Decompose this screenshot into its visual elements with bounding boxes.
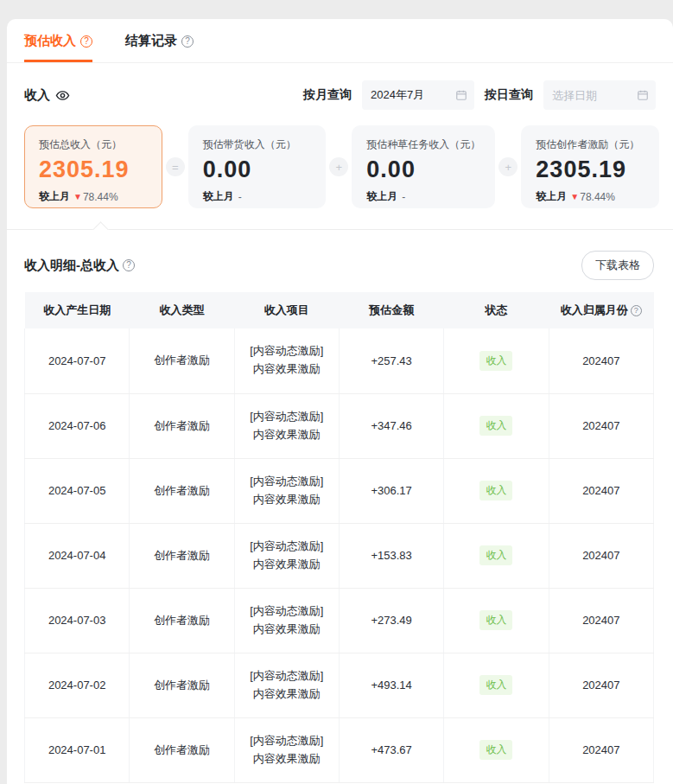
col-header-project: 收入项目 bbox=[234, 292, 339, 328]
cell-amount: +493.14 bbox=[339, 653, 443, 717]
card-value: 0.00 bbox=[366, 156, 480, 183]
card-compare: 较上月 ▼ 78.44% bbox=[39, 189, 148, 204]
card-compare: 较上月 - bbox=[203, 189, 312, 204]
month-query-label: 按月查询 bbox=[303, 87, 352, 103]
cell-date: 2024-07-01 bbox=[25, 717, 130, 782]
cell-project: [内容动态激励]内容效果激励 bbox=[234, 653, 339, 717]
cell-type: 创作者激励 bbox=[130, 588, 234, 653]
card-compare: 较上月 - bbox=[366, 189, 480, 204]
equals-operator: = bbox=[166, 157, 185, 176]
cell-type: 创作者激励 bbox=[130, 393, 234, 458]
table-row: 2024-07-02 创作者激励 [内容动态激励]内容效果激励 +493.14 … bbox=[25, 653, 654, 717]
col-header-status: 状态 bbox=[444, 292, 549, 328]
table-row: 2024-07-04 创作者激励 [内容动态激励]内容效果激励 +153.83 … bbox=[25, 523, 654, 588]
table-row: 2024-07-03 创作者激励 [内容动态激励]内容效果激励 +273.49 … bbox=[25, 588, 654, 653]
cell-date: 2024-07-06 bbox=[25, 393, 130, 458]
cell-project: [内容动态激励]内容效果激励 bbox=[234, 717, 339, 782]
day-query-label: 按日查询 bbox=[485, 87, 533, 103]
calendar-icon[interactable] bbox=[455, 89, 467, 101]
help-icon[interactable]: ? bbox=[80, 35, 92, 48]
download-table-button[interactable]: 下载表格 bbox=[581, 251, 654, 280]
income-label: 收入 bbox=[24, 87, 50, 104]
cell-status: 收入 bbox=[444, 393, 549, 458]
table-row: 2024-07-01 创作者激励 [内容动态激励]内容效果激励 +473.67 … bbox=[25, 717, 654, 782]
cell-month: 202407 bbox=[549, 393, 653, 458]
card-title: 预估带货收入（元） bbox=[203, 137, 312, 152]
eye-icon[interactable] bbox=[55, 88, 70, 103]
cell-date: 2024-07-04 bbox=[25, 523, 130, 588]
calendar-icon[interactable] bbox=[637, 89, 649, 101]
col-header-type: 收入类型 bbox=[130, 292, 234, 328]
card-title: 预估总收入（元） bbox=[39, 137, 148, 152]
tab-settlement-records[interactable]: 结算记录 ? bbox=[125, 33, 194, 62]
cell-month: 202407 bbox=[549, 653, 653, 717]
cell-status: 收入 bbox=[444, 717, 549, 782]
card-value: 2305.19 bbox=[39, 156, 148, 183]
status-badge: 收入 bbox=[479, 545, 512, 565]
card-value: 2305.19 bbox=[536, 156, 644, 183]
cell-date: 2024-07-05 bbox=[25, 458, 130, 523]
cell-date: 2024-07-03 bbox=[25, 588, 130, 653]
card-compare: 较上月 ▼ 78.44% bbox=[536, 189, 644, 204]
card-creator-incentive[interactable]: 预估创作者激励（元） 2305.19 较上月 ▼ 78.44% bbox=[521, 125, 659, 208]
cell-project: [内容动态激励]内容效果激励 bbox=[234, 588, 339, 653]
cell-month: 202407 bbox=[549, 458, 653, 523]
cell-type: 创作者激励 bbox=[130, 523, 234, 588]
col-header-date: 收入产生日期 bbox=[25, 292, 130, 328]
card-value: 0.00 bbox=[203, 156, 312, 183]
tab-estimated-income[interactable]: 预估收入 ? bbox=[24, 33, 92, 62]
help-icon[interactable]: ? bbox=[631, 305, 642, 316]
filter-row: 收入 按月查询 按 bbox=[7, 63, 673, 110]
col-header-month: 收入归属月份? bbox=[549, 292, 653, 328]
card-title: 预估创作者激励（元） bbox=[536, 137, 644, 152]
cell-project: [内容动态激励]内容效果激励 bbox=[234, 523, 339, 588]
cell-month: 202407 bbox=[549, 523, 653, 588]
cell-amount: +306.17 bbox=[339, 458, 443, 523]
tabs-bar: 预估收入 ? 结算记录 ? bbox=[7, 19, 673, 63]
cell-status: 收入 bbox=[444, 588, 549, 653]
card-commerce-income[interactable]: 预估带货收入（元） 0.00 较上月 - bbox=[188, 125, 327, 208]
triangle-down-icon: ▼ bbox=[570, 192, 579, 201]
cell-amount: +473.67 bbox=[339, 717, 443, 782]
table-header-row: 收入产生日期 收入类型 收入项目 预估金额 状态 收入归属月份? bbox=[25, 292, 654, 328]
cell-amount: +273.49 bbox=[339, 588, 443, 653]
tab-label: 结算记录 bbox=[125, 33, 177, 49]
cell-status: 收入 bbox=[444, 328, 549, 393]
month-picker[interactable] bbox=[362, 80, 474, 110]
status-badge: 收入 bbox=[479, 610, 512, 630]
date-filters: 按月查询 按日查询 bbox=[303, 80, 656, 110]
card-total-income[interactable]: 预估总收入（元） 2305.19 较上月 ▼ 78.44% bbox=[24, 125, 162, 208]
cell-project: [内容动态激励]内容效果激励 bbox=[234, 393, 339, 458]
cell-project: [内容动态激励]内容效果激励 bbox=[234, 458, 339, 523]
cell-month: 202407 bbox=[549, 717, 653, 782]
cell-status: 收入 bbox=[444, 653, 549, 717]
plus-operator: + bbox=[329, 157, 348, 176]
help-icon[interactable]: ? bbox=[123, 259, 135, 271]
income-detail-table: 收入产生日期 收入类型 收入项目 预估金额 状态 收入归属月份? 2024-07… bbox=[7, 292, 673, 783]
cell-type: 创作者激励 bbox=[130, 717, 234, 782]
summary-cards: 预估总收入（元） 2305.19 较上月 ▼ 78.44% = 预估带货收入（元… bbox=[7, 110, 673, 208]
cell-amount: +153.83 bbox=[339, 523, 443, 588]
income-section-title: 收入 bbox=[24, 87, 70, 104]
table-row: 2024-07-05 创作者激励 [内容动态激励]内容效果激励 +306.17 … bbox=[25, 458, 654, 523]
cell-project: [内容动态激励]内容效果激励 bbox=[234, 328, 339, 393]
day-picker[interactable] bbox=[543, 80, 656, 110]
card-seeding-task-income[interactable]: 预估种草任务收入（元） 0.00 较上月 - bbox=[352, 125, 495, 208]
cell-type: 创作者激励 bbox=[130, 653, 234, 717]
cell-status: 收入 bbox=[444, 523, 549, 588]
cell-amount: +347.46 bbox=[339, 393, 443, 458]
status-badge: 收入 bbox=[479, 481, 512, 500]
col-header-amount: 预估金额 bbox=[339, 292, 443, 328]
help-icon[interactable]: ? bbox=[181, 35, 194, 48]
status-badge: 收入 bbox=[479, 675, 512, 695]
cell-type: 创作者激励 bbox=[130, 458, 234, 523]
cell-amount: +257.43 bbox=[339, 328, 443, 393]
cell-month: 202407 bbox=[549, 328, 653, 393]
cell-date: 2024-07-07 bbox=[25, 328, 130, 393]
cell-type: 创作者激励 bbox=[130, 328, 234, 393]
table-row: 2024-07-06 创作者激励 [内容动态激励]内容效果激励 +347.46 … bbox=[25, 393, 654, 458]
cell-status: 收入 bbox=[444, 458, 549, 523]
status-badge: 收入 bbox=[479, 351, 512, 371]
plus-operator: + bbox=[498, 157, 517, 176]
triangle-down-icon: ▼ bbox=[73, 192, 82, 201]
